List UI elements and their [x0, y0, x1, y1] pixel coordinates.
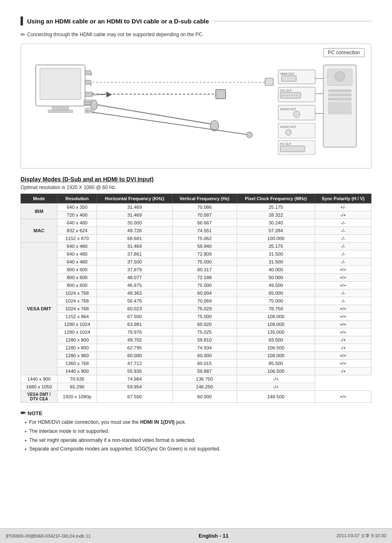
resolution-cell: 800 x 600: [57, 274, 97, 282]
pclk-cell: 65.000: [237, 289, 315, 297]
table-row: 1280 x 960 60.000 60.000 108.000 +/+: [21, 352, 371, 360]
table-row: VESA DMT 640 x 480 31.469 59.940 25.175 …: [21, 243, 371, 250]
svg-rect-30: [328, 90, 351, 92]
svg-point-57: [286, 129, 291, 135]
table-row: 800 x 600 37.879 60.317 40.000 +/+: [21, 266, 371, 274]
connecting-note: ✏ Connecting through the HDMI cable may …: [21, 31, 371, 38]
table-row: 1024 x 768 48.363 60.004 65.000 -/-: [21, 289, 371, 297]
pclk-cell: 148.500: [237, 391, 315, 403]
hfreq-cell: 37.861: [97, 250, 172, 258]
hfreq-cell: 63.981: [97, 321, 172, 328]
table-header-resolution: Resolution: [57, 194, 97, 203]
svg-rect-9: [85, 92, 92, 97]
resolution-cell: 1280 x 800: [57, 344, 97, 352]
sync-cell: -/+: [315, 336, 371, 344]
table-row: 1440 x 900 55.935 59.887 106.500 -/+: [21, 367, 371, 375]
svg-rect-1: [40, 68, 81, 99]
table-header-sync: Sync Polarity (H / V): [315, 194, 371, 203]
table-row: 1152 x 870 68.681 75.062 100.000 -/-: [21, 235, 371, 243]
table-row: 1024 x 768 60.023 75.029 78.750 +/+: [21, 305, 371, 313]
pencil-icon: ✏: [21, 31, 25, 38]
svg-rect-21: [265, 78, 273, 85]
pclk-cell: 40.000: [237, 266, 315, 274]
svg-point-54: [293, 111, 300, 118]
sync-cell: -/-: [315, 235, 371, 243]
hfreq-cell: 48.363: [97, 289, 172, 297]
hfreq-cell: 79.976: [97, 328, 172, 336]
sync-cell: +/+: [315, 282, 371, 289]
pclk-cell: 108.000: [237, 321, 315, 328]
note-item: The interlace mode is not supported.: [25, 428, 371, 435]
sync-cell: -/+: [237, 383, 315, 391]
table-row: 1680 x 1050 65.290 59.954 146.250 -/+: [21, 383, 371, 391]
hfreq-cell: 46.875: [97, 282, 172, 289]
svg-text:HDMI OUT: HDMI OUT: [280, 72, 295, 75]
mode-cell: MAC: [21, 219, 58, 243]
pclk-cell: 78.750: [237, 305, 315, 313]
footer-right: 2011-03-07 오후 8:10:30: [337, 533, 386, 539]
note-item-text: The interlace mode is not supported.: [29, 428, 109, 434]
svg-rect-19: [216, 90, 226, 99]
resolution-cell: 832 x 624: [57, 227, 97, 235]
vfreq-cell: 60.004: [172, 289, 237, 297]
sync-cell: -/+: [315, 367, 371, 375]
vfreq-cell: 60.317: [172, 266, 237, 274]
note-item: Separate and Composite modes are support…: [25, 446, 371, 453]
table-row: 1024 x 768 56.476 70.069 75.000 -/-: [21, 297, 371, 305]
pclk-cell: 85.500: [237, 360, 315, 367]
svg-text:PC OUT: PC OUT: [280, 143, 291, 146]
vfreq-cell: 74.984: [97, 375, 172, 383]
footer: [PD6900-XN]BN68-03421F-00L04.indb 11 Eng…: [0, 528, 392, 543]
diagram-box: PC connection 3 2 1 DVI: [21, 44, 371, 169]
svg-point-51: [297, 95, 297, 96]
hfreq-cell: 35.000: [97, 219, 172, 227]
resolution-cell: 640 x 480: [57, 250, 97, 258]
sync-cell: -/-: [315, 258, 371, 266]
pclk-cell: 30.240: [237, 219, 315, 227]
svg-text:DVI OUT: DVI OUT: [280, 89, 292, 92]
vfreq-cell: 72.809: [172, 250, 237, 258]
hfreq-cell: 31.469: [97, 211, 172, 219]
table-row: 1280 x 1024 79.976 75.025 135.000 +/+: [21, 328, 371, 336]
resolution-cell: 1440 x 900: [21, 375, 58, 383]
svg-point-50: [294, 95, 295, 96]
vfreq-cell: 75.062: [172, 235, 237, 243]
resolution-cell: 1280 x 800: [57, 336, 97, 344]
hfreq-cell: 60.000: [97, 352, 172, 360]
hfreq-cell: 49.702: [97, 336, 172, 344]
sync-cell: +/+: [315, 321, 371, 328]
sync-cell: -/-: [315, 289, 371, 297]
note-highlight: HDMI IN 1(DVI): [140, 419, 175, 425]
resolution-cell: 1024 x 768: [57, 289, 97, 297]
svg-point-29: [335, 72, 345, 81]
table-row: 800 x 600 48.077 72.188 50.000 +/+: [21, 274, 371, 282]
resolution-cell: 640 x 480: [57, 219, 97, 227]
vfreq-cell: 70.086: [172, 203, 237, 211]
resolution-cell: 1680 x 1050: [21, 383, 58, 391]
table-row: 1280 x 800 49.702 59.810 83.500 -/+: [21, 336, 371, 344]
sync-cell: +/+: [315, 360, 371, 367]
resolution-cell: 1280 x 1024: [57, 321, 97, 328]
svg-rect-60: [280, 146, 305, 152]
pclk-cell: 49.500: [237, 282, 315, 289]
display-modes-title: Display Modes (D-Sub and an HDMI to DVI …: [21, 176, 371, 183]
section-title-row: Using an HDMI cable or an HDMI to DVI ca…: [21, 16, 371, 25]
title-bar-decoration: [21, 16, 23, 25]
table-row: 800 x 600 46.875 75.000 49.500 +/+: [21, 282, 371, 289]
table-row: 1152 x 864 67.500 75.000 108.000 +/+: [21, 313, 371, 321]
table-header-vfreq: Vertical Frequency (Hz): [172, 194, 237, 203]
svg-text:AUDIO OUT: AUDIO OUT: [280, 108, 297, 111]
footer-left: [PD6900-XN]BN68-03421F-00L04.indb 11: [6, 534, 91, 538]
sync-cell: +/+: [315, 266, 371, 274]
sync-cell: -/+: [315, 344, 371, 352]
table-row: IBM 640 x 350 31.469 70.086 25.175 +/-: [21, 203, 371, 211]
svg-line-25: [92, 112, 249, 135]
table-row: 720 x 400 31.469 70.087 28.322 -/+: [21, 211, 371, 219]
sync-cell: -/-: [315, 219, 371, 227]
display-modes-subtitle: Optimal resolution is 1920 X 1080 @ 60 H…: [21, 185, 371, 190]
svg-rect-32: [328, 98, 351, 100]
vfreq-cell: 59.887: [172, 367, 237, 375]
pclk-cell: 106.500: [237, 344, 315, 352]
vfreq-cell: 74.551: [172, 227, 237, 235]
vfreq-cell: 59.810: [172, 336, 237, 344]
